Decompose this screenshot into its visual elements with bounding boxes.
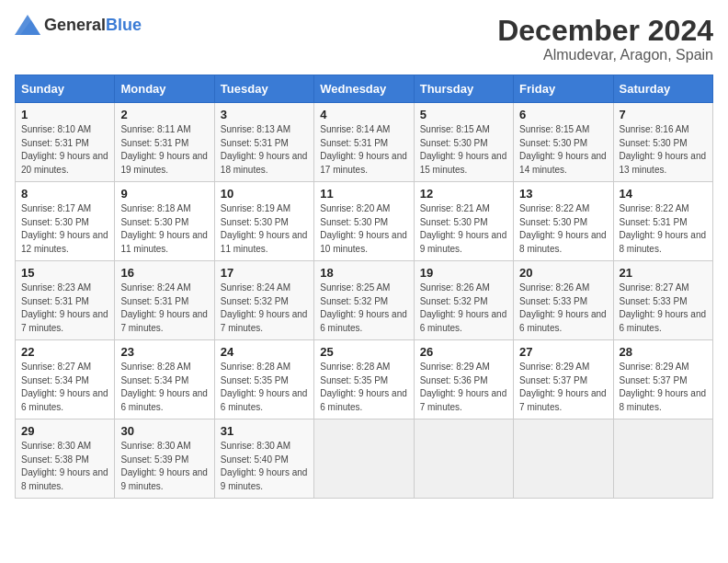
sunrise-text: Sunrise: 8:29 AM (420, 361, 507, 374)
daylight-text: Daylight: 9 hours and 6 minutes. (320, 387, 407, 414)
cell-content: Sunrise: 8:14 AM Sunset: 5:31 PM Dayligh… (320, 123, 407, 177)
daylight-text: Daylight: 9 hours and 6 minutes. (120, 387, 208, 414)
sunset-text: Sunset: 5:30 PM (120, 216, 208, 230)
sunrise-text: Sunrise: 8:20 AM (320, 202, 407, 216)
daylight-text: Daylight: 9 hours and 6 minutes. (620, 308, 707, 335)
cell-content: Sunrise: 8:26 AM Sunset: 5:33 PM Dayligh… (519, 282, 607, 335)
cell-content: Sunrise: 8:10 AM Sunset: 5:31 PM Dayligh… (21, 123, 108, 177)
sunrise-text: Sunrise: 8:23 AM (21, 282, 108, 295)
table-cell: 1 Sunrise: 8:10 AM Sunset: 5:31 PM Dayli… (16, 103, 115, 182)
day-number: 3 (221, 108, 308, 121)
title-area: December 2024 Almudevar, Aragon, Spain (497, 15, 713, 63)
daylight-text: Daylight: 9 hours and 7 minutes. (221, 308, 308, 335)
sunrise-text: Sunrise: 8:14 AM (320, 123, 407, 137)
day-number: 29 (21, 424, 108, 438)
sunrise-text: Sunrise: 8:24 AM (221, 282, 308, 295)
daylight-text: Daylight: 9 hours and 6 minutes. (320, 308, 407, 335)
sunset-text: Sunset: 5:36 PM (420, 374, 507, 388)
cell-content: Sunrise: 8:20 AM Sunset: 5:30 PM Dayligh… (320, 202, 407, 256)
day-number: 14 (620, 187, 707, 201)
sunset-text: Sunset: 5:30 PM (519, 137, 607, 151)
cell-content: Sunrise: 8:22 AM Sunset: 5:30 PM Dayligh… (519, 202, 607, 256)
day-number: 20 (519, 266, 607, 280)
day-number: 10 (221, 187, 308, 201)
sunrise-text: Sunrise: 8:26 AM (420, 282, 507, 295)
table-cell: 5 Sunrise: 8:15 AM Sunset: 5:30 PM Dayli… (414, 103, 513, 182)
table-cell: 16 Sunrise: 8:24 AM Sunset: 5:31 PM Dayl… (115, 261, 214, 340)
sunset-text: Sunset: 5:38 PM (21, 454, 108, 467)
sunrise-text: Sunrise: 8:25 AM (320, 282, 407, 295)
daylight-text: Daylight: 9 hours and 20 minutes. (21, 150, 108, 177)
table-cell: 13 Sunrise: 8:22 AM Sunset: 5:30 PM Dayl… (514, 182, 613, 261)
calendar-week-row: 29 Sunrise: 8:30 AM Sunset: 5:38 PM Dayl… (16, 419, 713, 499)
table-cell: 19 Sunrise: 8:26 AM Sunset: 5:32 PM Dayl… (414, 261, 513, 340)
sunset-text: Sunset: 5:30 PM (420, 137, 507, 151)
cell-content: Sunrise: 8:21 AM Sunset: 5:30 PM Dayligh… (420, 202, 507, 256)
table-cell: 14 Sunrise: 8:22 AM Sunset: 5:31 PM Dayl… (613, 182, 712, 261)
sunrise-text: Sunrise: 8:26 AM (519, 282, 607, 295)
sunset-text: Sunset: 5:37 PM (519, 374, 607, 388)
header-friday: Friday (514, 75, 613, 103)
day-number: 21 (620, 266, 707, 280)
sunrise-text: Sunrise: 8:28 AM (221, 361, 308, 374)
day-number: 17 (221, 266, 308, 280)
day-number: 25 (320, 345, 407, 359)
day-number: 8 (21, 187, 108, 201)
daylight-text: Daylight: 9 hours and 13 minutes. (620, 150, 707, 177)
cell-content: Sunrise: 8:29 AM Sunset: 5:37 PM Dayligh… (620, 361, 707, 414)
sunset-text: Sunset: 5:32 PM (221, 295, 308, 309)
calendar-table: Sunday Monday Tuesday Wednesday Thursday… (15, 75, 713, 499)
sunset-text: Sunset: 5:31 PM (320, 137, 407, 151)
month-title: December 2024 (497, 15, 713, 47)
cell-content: Sunrise: 8:29 AM Sunset: 5:37 PM Dayligh… (519, 361, 607, 414)
sunrise-text: Sunrise: 8:28 AM (320, 361, 407, 374)
sunrise-text: Sunrise: 8:24 AM (120, 282, 208, 295)
sunset-text: Sunset: 5:30 PM (519, 216, 607, 230)
sunrise-text: Sunrise: 8:30 AM (221, 440, 308, 454)
day-number: 11 (320, 187, 407, 201)
cell-content: Sunrise: 8:24 AM Sunset: 5:31 PM Dayligh… (120, 282, 208, 335)
day-number: 9 (120, 187, 208, 201)
cell-content: Sunrise: 8:18 AM Sunset: 5:30 PM Dayligh… (120, 202, 208, 256)
sunset-text: Sunset: 5:30 PM (21, 216, 108, 230)
sunset-text: Sunset: 5:40 PM (221, 454, 308, 467)
sunrise-text: Sunrise: 8:16 AM (620, 123, 707, 137)
table-cell: 22 Sunrise: 8:27 AM Sunset: 5:34 PM Dayl… (16, 340, 115, 419)
table-cell: 15 Sunrise: 8:23 AM Sunset: 5:31 PM Dayl… (16, 261, 115, 340)
sunrise-text: Sunrise: 8:17 AM (21, 202, 108, 216)
sunset-text: Sunset: 5:34 PM (120, 374, 208, 388)
cell-content: Sunrise: 8:26 AM Sunset: 5:32 PM Dayligh… (420, 282, 507, 335)
logo-icon (15, 15, 40, 35)
sunrise-text: Sunrise: 8:15 AM (420, 123, 507, 137)
table-cell (414, 419, 513, 499)
sunrise-text: Sunrise: 8:11 AM (120, 123, 208, 137)
daylight-text: Daylight: 9 hours and 15 minutes. (420, 150, 507, 177)
daylight-text: Daylight: 9 hours and 6 minutes. (519, 308, 607, 335)
table-cell: 4 Sunrise: 8:14 AM Sunset: 5:31 PM Dayli… (314, 103, 414, 182)
day-number: 24 (221, 345, 308, 359)
day-number: 18 (320, 266, 407, 280)
cell-content: Sunrise: 8:29 AM Sunset: 5:36 PM Dayligh… (420, 361, 507, 414)
day-number: 7 (620, 108, 707, 121)
header-thursday: Thursday (414, 75, 513, 103)
daylight-text: Daylight: 9 hours and 18 minutes. (221, 150, 308, 177)
table-cell (314, 419, 414, 499)
table-cell: 27 Sunrise: 8:29 AM Sunset: 5:37 PM Dayl… (514, 340, 613, 419)
day-number: 31 (221, 424, 308, 438)
day-number: 22 (21, 345, 108, 359)
day-number: 16 (120, 266, 208, 280)
cell-content: Sunrise: 8:27 AM Sunset: 5:33 PM Dayligh… (620, 282, 707, 335)
cell-content: Sunrise: 8:25 AM Sunset: 5:32 PM Dayligh… (320, 282, 407, 335)
cell-content: Sunrise: 8:24 AM Sunset: 5:32 PM Dayligh… (221, 282, 308, 335)
daylight-text: Daylight: 9 hours and 6 minutes. (221, 387, 308, 414)
daylight-text: Daylight: 9 hours and 7 minutes. (120, 308, 208, 335)
table-cell: 24 Sunrise: 8:28 AM Sunset: 5:35 PM Dayl… (214, 340, 313, 419)
day-number: 15 (21, 266, 108, 280)
sunset-text: Sunset: 5:31 PM (120, 295, 208, 309)
cell-content: Sunrise: 8:19 AM Sunset: 5:30 PM Dayligh… (221, 202, 308, 256)
cell-content: Sunrise: 8:28 AM Sunset: 5:34 PM Dayligh… (120, 361, 208, 414)
table-cell: 8 Sunrise: 8:17 AM Sunset: 5:30 PM Dayli… (16, 182, 115, 261)
cell-content: Sunrise: 8:16 AM Sunset: 5:30 PM Dayligh… (620, 123, 707, 177)
sunset-text: Sunset: 5:33 PM (519, 295, 607, 309)
daylight-text: Daylight: 9 hours and 17 minutes. (320, 150, 407, 177)
